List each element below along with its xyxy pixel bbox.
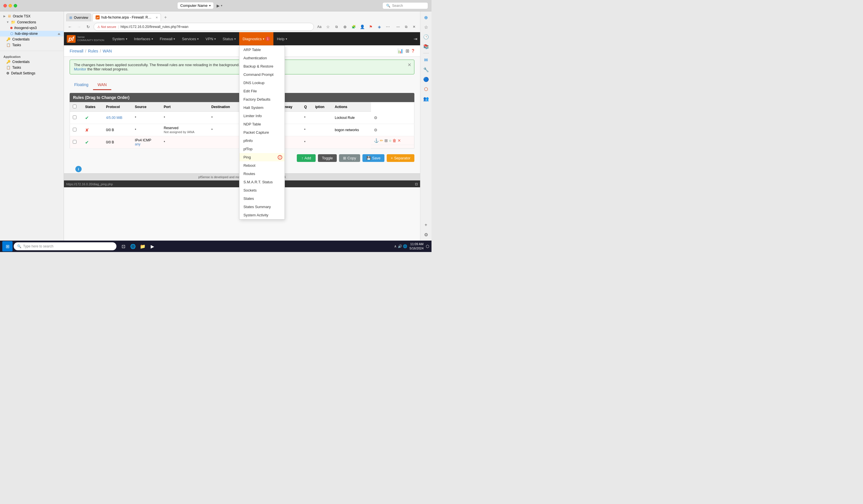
close-button[interactable] <box>3 4 7 8</box>
row1-states-link[interactable]: 4/5.00 MiB <box>106 116 123 120</box>
alert-close-button[interactable]: ✕ <box>408 62 411 67</box>
nav-help[interactable]: Help ▾ <box>273 32 290 45</box>
taskbar-notification-icon[interactable]: ⬡ <box>426 244 429 249</box>
menu-authentication[interactable]: Authentication <box>239 54 285 62</box>
logout-icon[interactable]: ⇥ <box>414 36 417 42</box>
favorites-icon[interactable]: ☆ <box>324 23 332 30</box>
edge-bing-icon[interactable]: 🔵 <box>422 75 430 83</box>
taskbar-edge-icon[interactable]: 🌐 <box>128 242 138 251</box>
breadcrumb-firewall[interactable]: Firewall <box>70 49 83 53</box>
minimize-button[interactable] <box>9 4 12 8</box>
menu-states-summary[interactable]: States Summary <box>239 203 285 211</box>
browser-extension-icon[interactable]: 🧩 <box>350 23 357 30</box>
sidebar-item-oracle-tsx[interactable]: ▶ 🖥 Oracle TSX <box>0 13 64 19</box>
edge-teams-icon[interactable]: 👥 <box>422 94 430 103</box>
settings-icon[interactable]: ⋯ <box>384 23 391 30</box>
taskbar-search-bar[interactable]: 🔍 Type here to search <box>14 242 116 250</box>
nav-status[interactable]: Status ▾ <box>219 32 239 45</box>
tab2-close-icon[interactable]: ✕ <box>155 16 158 19</box>
add-button[interactable]: ↑ Add <box>297 154 316 162</box>
select-all-checkbox[interactable] <box>73 105 76 108</box>
row3-delete-icon[interactable]: 🗑 <box>392 138 397 143</box>
edge-browser-essentials-icon[interactable]: 🔧 <box>422 65 430 74</box>
sidebar-item-connections[interactable]: ▼ 📁 Connections <box>0 19 64 25</box>
toggle-button[interactable]: Toggle <box>318 154 337 162</box>
table-icon[interactable]: ⊞ <box>405 48 409 54</box>
menu-packet-capture[interactable]: Packet Capture <box>239 128 285 137</box>
help-circle-icon[interactable]: ? <box>412 49 414 54</box>
sidebar-item-credentials[interactable]: 🔑 Credentials <box>0 37 64 42</box>
edge-outlook-icon[interactable]: ✉ <box>422 55 430 64</box>
nav-interfaces[interactable]: Interfaces ▾ <box>131 32 157 45</box>
taskbar-explorer-icon[interactable]: 📁 <box>138 242 147 251</box>
row3-x-icon[interactable]: ✕ <box>398 138 401 143</box>
row2-gear-icon[interactable]: ⚙ <box>374 128 377 132</box>
menu-sockets[interactable]: Sockets <box>239 186 285 194</box>
sidebar-item-hub-step-stone[interactable]: ⬡ hub-step-stone ⏏ <box>0 31 64 37</box>
address-bar[interactable]: ⚠ Not secure | https://172.16.0.20/firew… <box>93 23 314 31</box>
sidebar-item-tasks[interactable]: 📋 Tasks <box>0 42 64 48</box>
edge-history-icon[interactable]: 🕒 <box>422 33 430 41</box>
save-button[interactable]: 💾 Save <box>362 154 385 162</box>
menu-factory-defaults[interactable]: Factory Defaults <box>239 95 285 103</box>
win-close-button[interactable]: ✕ <box>410 24 418 30</box>
collections-icon[interactable]: ⚑ <box>367 23 374 30</box>
taskbar-task-view[interactable]: ⊡ <box>119 242 128 251</box>
menu-states[interactable]: States <box>239 194 285 203</box>
row3-any-link[interactable]: any <box>135 142 140 146</box>
edge-copilot-icon[interactable]: ⊕ <box>422 13 430 22</box>
menu-dns-lookup[interactable]: DNS Lookup <box>239 79 285 87</box>
edge-office-icon[interactable]: ⬡ <box>422 85 430 93</box>
menu-routes[interactable]: Routes <box>239 170 285 178</box>
reload-button[interactable]: ↻ <box>85 23 92 30</box>
row3-edit-icon[interactable]: ✏ <box>380 138 383 143</box>
reader-view-button[interactable]: Aa <box>316 23 323 30</box>
tab-pfsense[interactable]: pf hub-fw.home.arpa - Firewall: Rul... ✕ <box>92 13 161 21</box>
row2-checkbox[interactable] <box>73 128 76 131</box>
tab-overview[interactable]: ⊞ Overview <box>66 13 91 21</box>
menu-ndp-table[interactable]: NDP Table <box>239 120 285 128</box>
row3-checkbox[interactable] <box>73 140 76 144</box>
edge-settings-gear-icon[interactable]: ⚙ <box>422 230 430 239</box>
titlebar-search[interactable]: 🔍 Search <box>383 2 428 9</box>
sidebar-item-default-settings[interactable]: ⚙ Default Settings <box>0 70 64 76</box>
menu-halt-system[interactable]: Halt System <box>239 103 285 112</box>
row3-copy2-icon[interactable]: ⊞ <box>384 138 388 143</box>
menu-edit-file[interactable]: Edit File <box>239 87 285 95</box>
edge-add-icon[interactable]: + <box>422 221 430 229</box>
win-minimize-button[interactable]: — <box>395 24 402 30</box>
menu-reboot[interactable]: Reboot <box>239 161 285 170</box>
sidebar-item-app-tasks[interactable]: 📋 Tasks <box>0 65 64 70</box>
bar-chart-icon[interactable]: 📊 <box>398 48 403 54</box>
play-icon[interactable]: ▶ <box>216 3 220 8</box>
nav-services[interactable]: Services ▾ <box>178 32 202 45</box>
breadcrumb-rules[interactable]: Rules <box>88 49 98 53</box>
edge-collections-icon[interactable]: 📚 <box>422 42 430 51</box>
forward-button[interactable]: → <box>75 23 83 30</box>
menu-pftop[interactable]: pfTop <box>239 145 285 153</box>
win-restore-button[interactable]: ⧉ <box>402 24 410 30</box>
nav-diagnostics[interactable]: Diagnostics ▾ 1 ARP Table Authentication… <box>239 32 273 45</box>
tab-wan[interactable]: WAN <box>93 80 111 90</box>
edge-favorites-icon[interactable]: ☆ <box>422 23 430 31</box>
tab-floating[interactable]: Floating <box>70 80 93 90</box>
menu-ping[interactable]: Ping 2 <box>239 153 285 161</box>
back-button[interactable]: ← <box>66 23 74 30</box>
row1-gear-icon[interactable]: ⚙ <box>374 115 377 120</box>
add-favorite-icon[interactable]: ⊕ <box>341 23 349 30</box>
nav-firewall[interactable]: Firewall ▾ <box>157 32 179 45</box>
taskbar-terminal-icon[interactable]: ▶ <box>148 242 157 251</box>
menu-command-prompt[interactable]: Command Prompt <box>239 70 285 79</box>
menu-arp-table[interactable]: ARP Table <box>239 46 285 54</box>
row3-disable-icon[interactable]: ○ <box>389 138 391 143</box>
maximize-button[interactable] <box>14 4 17 8</box>
row1-checkbox[interactable] <box>73 115 76 119</box>
start-button[interactable]: ⊞ <box>2 241 13 251</box>
row3-anchor-icon[interactable]: ⚓ <box>374 138 379 143</box>
menu-smart-status[interactable]: S.M.A.R.T. Status <box>239 178 285 186</box>
menu-backup-restore[interactable]: Backup & Restore <box>239 62 285 70</box>
sidebar-item-app-credentials[interactable]: 🔑 Credentials <box>0 59 64 65</box>
computer-name-button[interactable]: Computer Name ▾ <box>177 2 214 9</box>
profile-icon[interactable]: 👤 <box>359 23 366 30</box>
nav-system[interactable]: System ▾ <box>109 32 130 45</box>
